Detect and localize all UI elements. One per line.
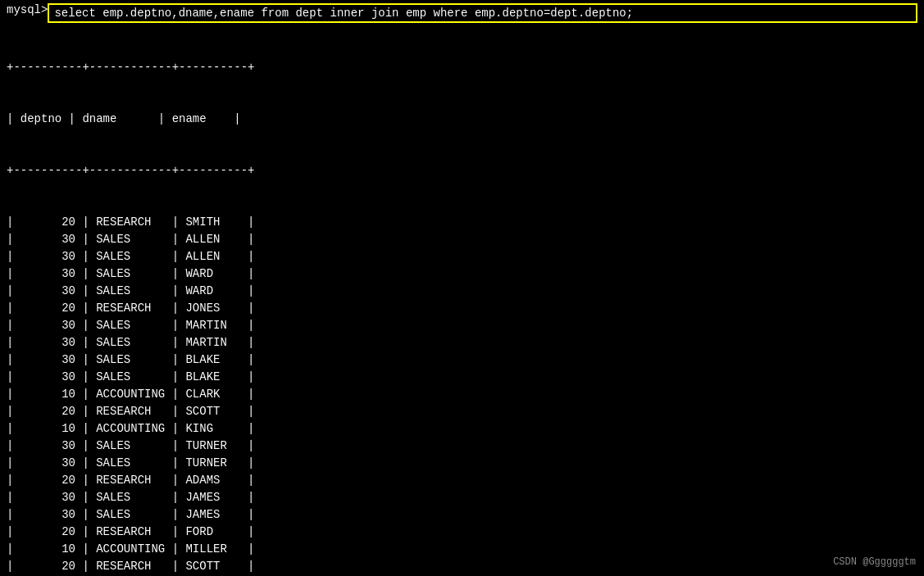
table-row: | 10 | ACCOUNTING | CLARK | bbox=[7, 386, 917, 403]
table-body: | 20 | RESEARCH | SMITH || 30 | SALES | … bbox=[7, 214, 917, 575]
table-row: | 20 | RESEARCH | ADAMS | bbox=[7, 472, 917, 489]
watermark: CSDN @Ggggggtm bbox=[833, 556, 916, 568]
separator-mid: +----------+------------+----------+ bbox=[7, 162, 917, 179]
table-row: | 20 | RESEARCH | SCOTT | bbox=[7, 558, 917, 575]
mysql-prompt: mysql> bbox=[7, 3, 48, 16]
query-results: +----------+------------+----------+ | d… bbox=[7, 25, 917, 576]
table-row: | 20 | RESEARCH | JONES | bbox=[7, 300, 917, 317]
table-row: | 30 | SALES | ALLEN | bbox=[7, 231, 917, 248]
table-row: | 30 | SALES | MARTIN | bbox=[7, 317, 917, 334]
table-row: | 10 | ACCOUNTING | MILLER | bbox=[7, 541, 917, 558]
terminal-window: mysql> select emp.deptno,dname,ename fro… bbox=[7, 3, 917, 573]
table-row: | 30 | SALES | TURNER | bbox=[7, 455, 917, 472]
table-header: | deptno | dname | ename | bbox=[7, 111, 917, 128]
table-row: | 20 | RESEARCH | SMITH | bbox=[7, 214, 917, 231]
table-row: | 30 | SALES | JAMES | bbox=[7, 489, 917, 506]
table-row: | 30 | SALES | BLAKE | bbox=[7, 351, 917, 369]
table-row: | 30 | SALES | MARTIN | bbox=[7, 334, 917, 351]
table-row: | 30 | SALES | BLAKE | bbox=[7, 369, 917, 386]
command-line: mysql> select emp.deptno,dname,ename fro… bbox=[7, 3, 917, 23]
table-row: | 10 | ACCOUNTING | KING | bbox=[7, 420, 917, 438]
table-row: | 30 | SALES | JAMES | bbox=[7, 506, 917, 524]
table-row: | 30 | SALES | WARD | bbox=[7, 265, 917, 283]
sql-command: select emp.deptno,dname,ename from dept … bbox=[48, 3, 917, 23]
table-row: | 20 | RESEARCH | SCOTT | bbox=[7, 403, 917, 420]
table-row: | 30 | SALES | WARD | bbox=[7, 283, 917, 300]
table-row: | 30 | SALES | TURNER | bbox=[7, 438, 917, 455]
table-row: | 30 | SALES | ALLEN | bbox=[7, 248, 917, 265]
table-row: | 20 | RESEARCH | FORD | bbox=[7, 524, 917, 541]
separator-top: +----------+------------+----------+ bbox=[7, 59, 917, 76]
